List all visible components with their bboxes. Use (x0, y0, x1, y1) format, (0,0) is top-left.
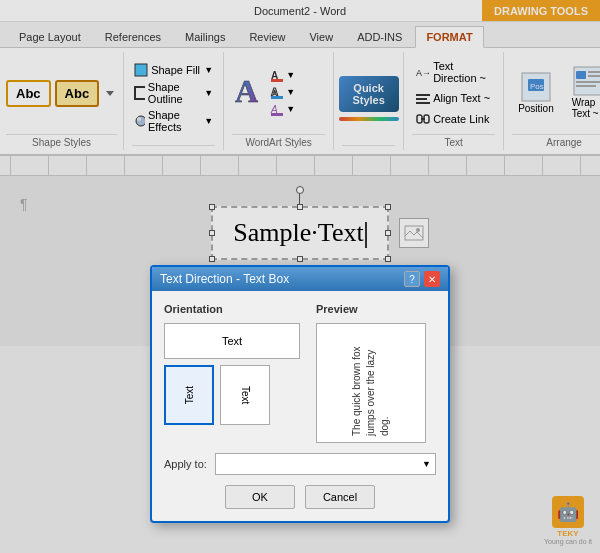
dialog-body: Orientation Text Text Text (152, 291, 448, 521)
orientation-section: Orientation Text Text Text (164, 303, 300, 443)
dialog-buttons: OK Cancel (164, 485, 436, 509)
dialog-overlay: Text Direction - Text Box ? ✕ Orientatio… (0, 0, 600, 553)
preview-box: The quick brown fox jumps over the lazy … (316, 323, 426, 443)
preview-label: Preview (316, 303, 436, 315)
orientation-vertical-row: Text Text (164, 365, 300, 425)
dialog-close-button[interactable]: ✕ (424, 271, 440, 287)
cancel-button[interactable]: Cancel (305, 485, 375, 509)
vertical-left-label: Text (184, 386, 195, 404)
dialog-help-button[interactable]: ? (404, 271, 420, 287)
orientation-horizontal-btn[interactable]: Text (164, 323, 300, 359)
orientation-vertical-left-btn[interactable]: Text (164, 365, 214, 425)
dialog-section: Orientation Text Text Text (164, 303, 436, 443)
orientation-label: Orientation (164, 303, 300, 315)
apply-to-label: Apply to: (164, 458, 207, 470)
apply-to-arrow: ▼ (422, 459, 431, 469)
preview-text: The quick brown fox jumps over the lazy … (350, 330, 392, 436)
ok-button[interactable]: OK (225, 485, 295, 509)
dialog-controls: ? ✕ (404, 271, 440, 287)
dialog-title-bar: Text Direction - Text Box ? ✕ (152, 267, 448, 291)
orientation-vertical-right-btn[interactable]: Text (220, 365, 270, 425)
orientation-options: Text Text Text (164, 323, 300, 425)
dialog-title: Text Direction - Text Box (160, 272, 289, 286)
vertical-right-label: Text (240, 386, 251, 404)
apply-to-row: Apply to: ▼ (164, 453, 436, 475)
preview-section: Preview The quick brown fox jumps over t… (316, 303, 436, 443)
apply-to-dropdown[interactable]: ▼ (215, 453, 436, 475)
text-direction-dialog: Text Direction - Text Box ? ✕ Orientatio… (150, 265, 450, 523)
